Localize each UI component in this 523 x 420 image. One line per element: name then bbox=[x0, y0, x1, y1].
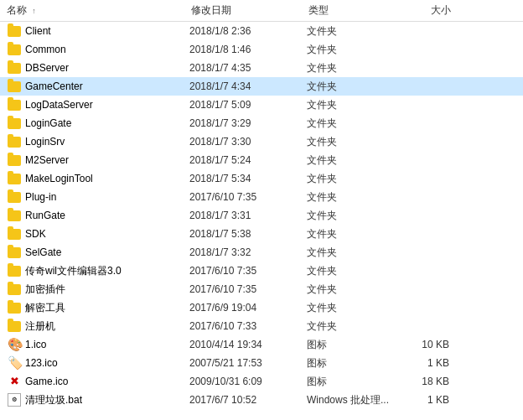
file-type: 图标 bbox=[307, 338, 391, 352]
file-type: 文件夹 bbox=[307, 117, 391, 131]
file-type: 文件夹 bbox=[307, 264, 391, 278]
file-type: 文件夹 bbox=[307, 301, 391, 315]
file-name: Common bbox=[25, 44, 189, 55]
file-size: 10 KB bbox=[391, 339, 458, 350]
list-item[interactable]: SelGate2018/1/7 3:32文件夹 bbox=[0, 243, 523, 262]
folder-icon bbox=[8, 284, 21, 295]
file-name: DBServer bbox=[25, 62, 189, 74]
file-type: 文件夹 bbox=[307, 61, 391, 75]
file-date: 2018/1/8 2:36 bbox=[189, 25, 307, 37]
list-item[interactable]: LoginSrv2018/1/7 3:30文件夹 bbox=[0, 132, 523, 151]
folder-icon bbox=[8, 192, 21, 203]
column-headers: 名称 ↑ 修改日期 类型 大小 bbox=[0, 0, 523, 22]
file-size: 1 KB bbox=[391, 394, 458, 406]
list-item[interactable]: 传奇wil文件编辑器3.02017/6/10 7:35文件夹 bbox=[0, 262, 523, 280]
file-type: 文件夹 bbox=[307, 283, 391, 297]
list-item[interactable]: Common2018/1/8 1:46文件夹 bbox=[0, 40, 523, 59]
file-date: 2018/1/7 5:24 bbox=[189, 154, 307, 166]
file-type: 文件夹 bbox=[307, 43, 391, 57]
list-item[interactable]: M2Server2018/1/7 5:24文件夹 bbox=[0, 151, 523, 169]
file-date: 2018/1/7 5:09 bbox=[189, 99, 307, 111]
file-date: 2007/5/21 17:53 bbox=[189, 357, 307, 369]
file-name: SelGate bbox=[25, 246, 189, 258]
file-date: 2017/6/7 10:52 bbox=[189, 394, 307, 406]
sort-arrow: ↑ bbox=[32, 7, 36, 15]
file-name: LoginGate bbox=[25, 117, 189, 129]
list-item[interactable]: LogDataServer2018/1/7 5:09文件夹 bbox=[0, 96, 523, 114]
list-item[interactable]: MakeLoginTool2018/1/7 5:34文件夹 bbox=[0, 169, 523, 188]
file-name: Game.ico bbox=[25, 376, 189, 387]
header-type[interactable]: 类型 bbox=[308, 3, 392, 18]
list-item[interactable]: ⚙清理垃圾.bat2017/6/7 10:52Windows 批处理...1 K… bbox=[0, 391, 523, 409]
file-date: 2018/1/7 3:30 bbox=[189, 136, 307, 148]
file-type: 文件夹 bbox=[307, 80, 391, 94]
list-item[interactable]: 🏷️123.ico2007/5/21 17:53图标1 KB bbox=[0, 354, 523, 372]
file-type: 文件夹 bbox=[307, 135, 391, 149]
file-type: 文件夹 bbox=[307, 319, 391, 334]
folder-icon bbox=[8, 100, 21, 111]
file-type: 文件夹 bbox=[307, 209, 391, 223]
file-name: 解密工具 bbox=[25, 301, 189, 315]
file-type: 文件夹 bbox=[307, 227, 391, 241]
file-date: 2017/6/10 7:35 bbox=[189, 265, 307, 277]
header-name[interactable]: 名称 ↑ bbox=[7, 3, 191, 18]
file-type: 文件夹 bbox=[307, 153, 391, 168]
file-date: 2017/6/10 7:33 bbox=[189, 320, 307, 332]
file-type: 文件夹 bbox=[307, 24, 391, 39]
ico2-icon: 🏷️ bbox=[7, 356, 22, 370]
file-type: 图标 bbox=[307, 356, 391, 371]
file-date: 2010/4/14 19:34 bbox=[189, 339, 307, 350]
file-date: 2017/6/9 19:04 bbox=[189, 302, 307, 314]
file-date: 2018/1/7 5:38 bbox=[189, 228, 307, 240]
ico1-icon: 🎨 bbox=[7, 338, 22, 351]
folder-icon bbox=[8, 118, 21, 129]
file-name: SDK bbox=[25, 228, 189, 240]
list-item[interactable]: 注册机2017/6/10 7:33文件夹 bbox=[0, 317, 523, 335]
list-item[interactable]: 加密插件2017/6/10 7:35文件夹 bbox=[0, 280, 523, 298]
file-type: 文件夹 bbox=[307, 190, 391, 205]
header-date[interactable]: 修改日期 bbox=[191, 3, 308, 18]
folder-icon bbox=[8, 174, 21, 184]
list-item[interactable]: GameCenter2018/1/7 4:34文件夹 bbox=[0, 77, 523, 96]
list-item[interactable]: DBServer2018/1/7 4:35文件夹 bbox=[0, 59, 523, 77]
file-type: 文件夹 bbox=[307, 246, 391, 260]
folder-icon bbox=[8, 210, 21, 221]
file-name: Client bbox=[25, 25, 189, 37]
list-item[interactable]: Client2018/1/8 2:36文件夹 bbox=[0, 22, 523, 40]
file-name: 清理垃圾.bat bbox=[25, 393, 189, 407]
folder-icon bbox=[8, 44, 21, 55]
file-type: Windows 批处理... bbox=[307, 393, 391, 407]
file-list: Client2018/1/8 2:36文件夹Common2018/1/8 1:4… bbox=[0, 22, 523, 420]
file-name: MakeLoginTool bbox=[25, 173, 189, 184]
folder-icon bbox=[8, 81, 21, 92]
list-item[interactable]: SDK2018/1/7 5:38文件夹 bbox=[0, 225, 523, 243]
file-name: 1.ico bbox=[25, 339, 189, 350]
list-item[interactable]: 🎨1.ico2010/4/14 19:34图标10 KB bbox=[0, 335, 523, 354]
file-size: 1 KB bbox=[391, 357, 458, 369]
file-name: LoginSrv bbox=[25, 136, 189, 148]
file-date: 2009/10/31 6:09 bbox=[189, 376, 307, 387]
file-name: 123.ico bbox=[25, 357, 189, 369]
list-item[interactable]: Plug-in2017/6/10 7:35文件夹 bbox=[0, 188, 523, 206]
file-name: 传奇wil文件编辑器3.0 bbox=[25, 264, 189, 278]
list-item[interactable]: LoginGate2018/1/7 3:29文件夹 bbox=[0, 114, 523, 132]
folder-icon bbox=[8, 247, 21, 258]
bat-icon: ⚙ bbox=[7, 393, 22, 407]
file-date: 2018/1/7 3:32 bbox=[189, 246, 307, 258]
file-name: RunGate bbox=[25, 210, 189, 221]
file-name: Plug-in bbox=[25, 191, 189, 203]
file-date: 2018/1/7 4:35 bbox=[189, 62, 307, 74]
file-name: 加密插件 bbox=[25, 283, 189, 297]
list-item[interactable]: 解密工具2017/6/9 19:04文件夹 bbox=[0, 298, 523, 317]
file-date: 2018/1/7 3:31 bbox=[189, 210, 307, 221]
folder-icon bbox=[8, 266, 21, 277]
list-item[interactable]: RunGate2018/1/7 3:31文件夹 bbox=[0, 206, 523, 225]
folder-icon bbox=[8, 155, 21, 166]
file-type: 文件夹 bbox=[307, 98, 391, 112]
header-size[interactable]: 大小 bbox=[392, 3, 459, 18]
list-item[interactable]: ✖Game.ico2009/10/31 6:09图标18 KB bbox=[0, 372, 523, 391]
file-date: 2018/1/8 1:46 bbox=[189, 44, 307, 55]
file-name: M2Server bbox=[25, 154, 189, 166]
file-name: 注册机 bbox=[25, 319, 189, 334]
folder-icon bbox=[8, 26, 21, 37]
